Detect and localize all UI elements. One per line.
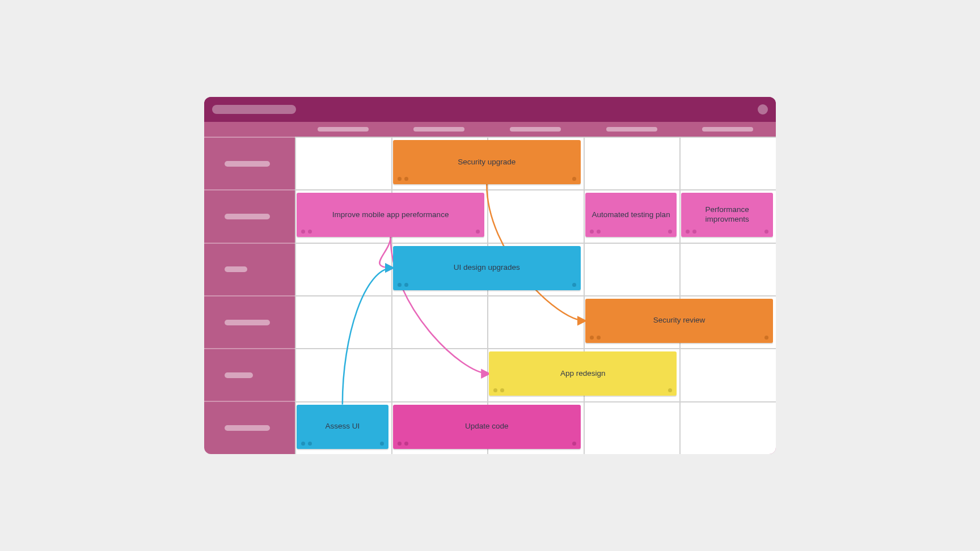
column-header[interactable] [679,122,776,137]
card-label: Performance improvments [687,205,767,224]
sidebar-row[interactable] [204,348,295,401]
window-control-icon[interactable] [758,104,768,115]
sidebar-row[interactable] [204,243,295,295]
roadmap-window: Security upgradeImprove mobile app peref… [204,97,776,454]
column-header-placeholder [606,127,657,132]
sidebar-row[interactable] [204,189,295,242]
sidebar-row-placeholder [225,214,270,219]
main-area: Security upgradeImprove mobile app peref… [295,122,776,454]
card-label: Automated testing plan [592,210,670,220]
card-assess_ui[interactable]: Assess UI [297,405,388,449]
column-header[interactable] [584,122,680,137]
card-improve_mobile[interactable]: Improve mobile app pereformance [297,193,484,237]
sidebar [204,122,295,454]
column-header[interactable] [487,122,584,137]
card-ui_design_upgrades[interactable]: UI design upgrades [393,246,581,290]
sidebar-row-placeholder [225,161,270,167]
sidebar-header-spacer [204,122,295,137]
card-security_upgrade[interactable]: Security upgrade [393,140,581,184]
window-titlebar [204,97,776,122]
column-header-placeholder [413,127,464,132]
card-label: Security review [653,316,706,325]
card-label: Security upgrade [458,158,516,167]
column-header-placeholder [318,127,369,132]
window-content: Security upgradeImprove mobile app peref… [204,122,776,454]
card-performance_imp[interactable]: Performance improvments [681,193,773,237]
card-label: UI design upgrades [454,263,520,273]
card-security_review[interactable]: Security review [585,299,773,343]
column-header[interactable] [295,122,391,137]
card-app_redesign[interactable]: App redesign [489,351,677,396]
timeline-grid[interactable]: Security upgradeImprove mobile app peref… [295,137,776,454]
dependency-arrow [343,268,393,405]
sidebar-row-placeholder [225,372,253,378]
card-label: App redesign [560,369,606,379]
title-placeholder [212,105,296,114]
sidebar-row-placeholder [225,266,247,272]
card-label: Assess UI [325,422,360,431]
card-automated_testing[interactable]: Automated testing plan [585,193,677,237]
dependency-arrow [379,237,392,268]
sidebar-row[interactable] [204,137,295,189]
sidebar-row[interactable] [204,295,295,348]
sidebar-row-placeholder [225,320,270,325]
column-header-placeholder [702,127,753,132]
sidebar-row[interactable] [204,401,295,453]
card-label: Update code [465,422,509,431]
card-label: Improve mobile app pereformance [332,210,449,220]
card-update_code[interactable]: Update code [393,405,581,449]
column-headers [295,122,776,137]
sidebar-row-placeholder [225,425,270,431]
column-header[interactable] [391,122,488,137]
column-header-placeholder [510,127,561,132]
